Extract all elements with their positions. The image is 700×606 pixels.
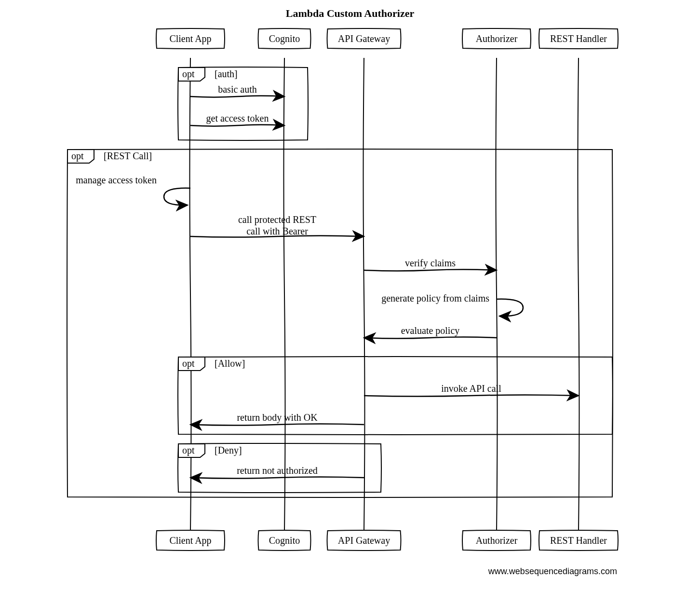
- participant-label-handler: REST Handler: [550, 33, 607, 44]
- message-arrow-m7: [364, 337, 497, 339]
- participant-label-authorizer: Authorizer: [476, 33, 518, 44]
- message-arrow-m8: [364, 395, 579, 397]
- participant-label-apigw: API Gateway: [338, 535, 390, 546]
- diagram-title: Lambda Custom Authorizer: [286, 7, 415, 19]
- message-text-m4-l1: call with Bearer: [246, 226, 308, 236]
- message-text-m2: get access token: [206, 113, 269, 124]
- sequence-diagram: Lambda Custom Authorizer Client AppCogni…: [0, 0, 700, 606]
- message-arrow-m6: [497, 299, 523, 316]
- fragment-label-allow: [Allow]: [215, 358, 245, 369]
- message-text-m8: invoke API call: [441, 383, 501, 394]
- message-text-m9: return body with OK: [237, 412, 318, 423]
- fragment-type-rest: opt: [71, 151, 84, 162]
- lifeline-authorizer: [496, 58, 498, 531]
- participant-label-handler: REST Handler: [550, 535, 607, 546]
- message-text-m6: generate policy from claims: [381, 293, 489, 304]
- message-arrow-m2: [190, 125, 284, 126]
- message-text-m10: return not authorized: [237, 465, 318, 476]
- fragment-label-auth: [auth]: [215, 69, 238, 79]
- participant-label-authorizer: Authorizer: [476, 535, 518, 546]
- participant-label-cognito: Cognito: [269, 33, 300, 44]
- lifeline-client: [190, 58, 191, 531]
- participant-label-client: Client App: [169, 33, 211, 44]
- footer-attribution: www.websequencediagrams.com: [488, 566, 617, 576]
- message-text-m1: basic auth: [218, 84, 257, 95]
- message-arrow-m1: [190, 96, 284, 97]
- fragment-type-allow: opt: [182, 358, 195, 369]
- message-arrow-m9: [190, 424, 364, 426]
- fragment-label-deny: [Deny]: [215, 445, 242, 456]
- participant-label-apigw: API Gateway: [338, 33, 390, 44]
- lifeline-cognito: [284, 58, 285, 531]
- lifeline-apigw: [363, 58, 365, 531]
- participant-label-cognito: Cognito: [269, 535, 300, 546]
- fragment-type-deny: opt: [182, 445, 195, 456]
- message-text-m4-l0: call protected REST: [238, 214, 316, 225]
- fragment-type-auth: opt: [182, 69, 195, 80]
- message-arrow-m3: [164, 188, 190, 205]
- message-text-m7: evaluate policy: [401, 325, 460, 336]
- message-arrow-m10: [190, 477, 364, 479]
- message-arrow-m5: [364, 270, 497, 271]
- participant-label-client: Client App: [169, 535, 211, 546]
- fragment-label-rest: [REST Call]: [104, 151, 152, 161]
- fragment-rest: [67, 149, 613, 497]
- message-text-m3: manage access token: [76, 175, 157, 186]
- lifeline-handler: [578, 58, 579, 531]
- message-text-m5: verify claims: [405, 258, 456, 269]
